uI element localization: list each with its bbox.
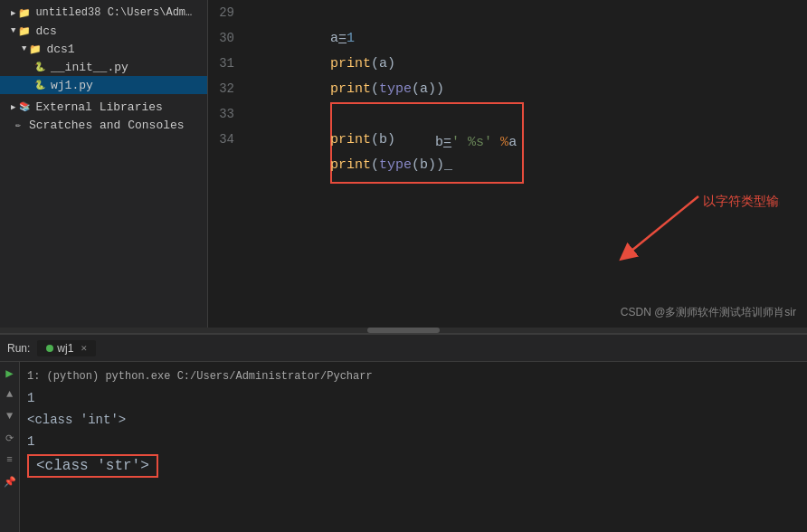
sidebar-label-scratches: Scratches and Consoles — [29, 119, 185, 132]
sidebar-label-init: __init__.py — [51, 61, 128, 74]
chevron-down-icon: ▼ — [11, 26, 15, 35]
lib-icon: 📚 — [17, 100, 32, 114]
sidebar-item-init[interactable]: 🐍 __init__.py — [0, 58, 207, 76]
sidebar-item-ext-libs[interactable]: ▶ 📚 External Libraries — [0, 98, 207, 116]
sidebar-label-dcs: dcs — [35, 24, 56, 38]
run-sidebar-controls: ▶ ▲ ▼ ⟳ ≡ 📌 — [0, 362, 20, 532]
sidebar-item-wj1[interactable]: 🐍 wj1.py — [0, 76, 207, 94]
output-line-2: 1 — [27, 431, 800, 452]
line-number-34: 34 — [208, 127, 249, 152]
sidebar-item-dcs[interactable]: ▼ 📁 dcs — [0, 22, 207, 40]
folder-icon-dcs1: 📁 — [28, 42, 43, 56]
py-file-icon-wj1: 🐍 — [33, 78, 47, 92]
chevron-down-icon-dcs1: ▼ — [22, 44, 26, 53]
line-number-30: 30 — [208, 25, 249, 51]
folder-icon-dcs: 📁 — [17, 24, 32, 38]
line-number-31: 31 — [208, 51, 249, 76]
code-line-31: 31 print(type(a)) — [208, 51, 807, 76]
code-34: print(type(b))_ — [249, 128, 452, 204]
run-tab-label: wj1 — [57, 342, 73, 355]
run-panel: Run: wj1 ✕ ▶ ▲ ▼ ⟳ ≡ 📌 1: (python) pytho… — [0, 333, 807, 532]
output-highlight-str: <class 'str'> — [27, 454, 158, 478]
run-rerun-button[interactable]: ⟳ — [3, 431, 17, 445]
py-file-icon-init: 🐍 — [33, 60, 47, 74]
run-panel-body: ▶ ▲ ▼ ⟳ ≡ 📌 1: (python) python.exe C:/Us… — [0, 362, 807, 532]
line-number-32: 32 — [208, 76, 249, 101]
run-down-button[interactable]: ▼ — [3, 409, 17, 423]
sidebar-label-wj1: wj1.py — [51, 79, 93, 92]
code-content: 29 a=1 30 print(a) 31 print(type(a)) — [208, 0, 807, 328]
sidebar-item-scratches[interactable]: ✏️ Scratches and Consoles — [0, 116, 207, 134]
run-pin-button[interactable]: 📌 — [3, 474, 17, 489]
code-line-30: 30 print(a) — [208, 25, 807, 51]
sidebar-item-project[interactable]: ▶ 📁 untitled38 C:\Users\Administrator\Py… — [0, 4, 207, 22]
close-tab-icon[interactable]: ✕ — [81, 342, 87, 354]
watermark: CSDN @多测师软件测试培训师肖sir — [621, 305, 796, 320]
run-filter-button[interactable]: ≡ — [3, 452, 17, 467]
sidebar-item-label: untitled38 C:\Users\Administrator\Pychar… — [35, 6, 198, 19]
code-line-32: 32 b=' %s' %a — [208, 76, 807, 101]
line-number-33: 33 — [208, 101, 249, 127]
output-line-1: 1 — [27, 387, 800, 409]
code-editor[interactable]: 29 a=1 30 print(a) 31 print(type(a)) — [208, 0, 807, 328]
run-tab-bar: Run: wj1 ✕ — [0, 335, 807, 362]
scratch-icon: ✏️ — [11, 118, 25, 132]
run-tab-wj1[interactable]: wj1 ✕ — [37, 340, 96, 356]
line-number-29: 29 — [208, 0, 249, 25]
run-stop-button[interactable]: ▲ — [3, 387, 17, 402]
code-line-29: 29 a=1 — [208, 0, 807, 25]
run-label: Run: — [7, 342, 30, 355]
chevron-right-icon-libs: ▶ — [11, 102, 15, 112]
output-line-class-str-container: <class 'str'> — [27, 452, 800, 478]
main-layout: ▶ 📁 untitled38 C:\Users\Administrator\Py… — [0, 0, 807, 328]
sidebar-label-ext-libs: External Libraries — [35, 100, 162, 114]
sidebar-item-dcs1[interactable]: ▼ 📁 dcs1 — [0, 40, 207, 58]
sidebar-label-dcs1: dcs1 — [46, 43, 74, 56]
run-play-button[interactable]: ▶ — [3, 366, 17, 380]
folder-icon: 📁 — [17, 5, 32, 20]
chevron-right-icon: ▶ — [11, 8, 15, 18]
output-line-class-int: <class 'int'> — [27, 409, 800, 431]
run-output: 1: (python) python.exe C:/Users/Administ… — [20, 362, 807, 532]
output-cmd-line: 1: (python) python.exe C:/Users/Administ… — [27, 366, 800, 387]
run-status-dot — [46, 345, 53, 352]
sidebar: ▶ 📁 untitled38 C:\Users\Administrator\Py… — [0, 0, 208, 328]
